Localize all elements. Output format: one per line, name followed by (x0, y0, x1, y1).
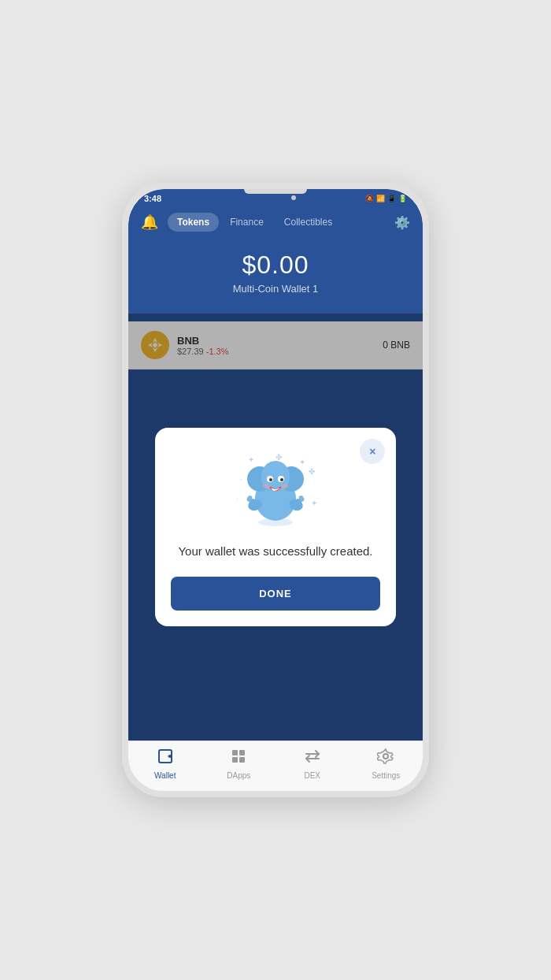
svg-point-14 (262, 484, 270, 488)
bell-icon[interactable]: 🔔 (141, 213, 158, 231)
modal-close-button[interactable]: × (360, 439, 385, 464)
wallet-header: $0.00 Multi-Coin Wallet 1 (128, 238, 423, 314)
nav-wallet-label: Wallet (154, 771, 176, 780)
status-icons: 🔕 📶 📱 🔋 (365, 195, 407, 202)
done-button[interactable]: DONE (171, 577, 381, 611)
svg-point-15 (281, 484, 289, 488)
phone-frame: 3:48 🔕 📶 📱 🔋 🔔 Tokens Finance Collectibl… (122, 183, 429, 797)
wallet-nav-icon (157, 748, 174, 769)
svg-rect-23 (239, 750, 245, 755)
main-content: BNB $27.39 -1.3% 0 BNB × (128, 314, 423, 741)
modal-overlay: × ✦ ✤ ✦ · ✤ · ✦ (128, 314, 423, 741)
tab-group: Tokens Finance Collectibles (168, 213, 388, 232)
modal-message: Your wallet was successfully created. (178, 543, 372, 561)
tab-finance[interactable]: Finance (220, 213, 273, 232)
nav-dex[interactable]: DEX (276, 748, 349, 780)
tab-collectibles[interactable]: Collectibles (275, 213, 342, 232)
status-time: 3:48 (144, 194, 161, 203)
status-icon-signal: 📱 (387, 195, 396, 202)
nav-wallet[interactable]: Wallet (128, 748, 202, 780)
modal-card: × ✦ ✤ ✦ · ✤ · ✦ (155, 428, 397, 626)
svg-rect-25 (239, 757, 245, 763)
status-icon-wifi: 📶 (376, 195, 385, 202)
filter-icon[interactable]: ⚙️ (394, 215, 410, 230)
nav-settings-label: Settings (372, 771, 400, 780)
svg-rect-24 (232, 757, 238, 763)
wallet-amount: $0.00 (141, 251, 410, 280)
svg-point-12 (269, 478, 272, 481)
wallet-name: Multi-Coin Wallet 1 (141, 283, 410, 295)
notch (244, 189, 307, 194)
camera-dot (291, 195, 296, 200)
phone-screen: 3:48 🔕 📶 📱 🔋 🔔 Tokens Finance Collectibl… (128, 189, 423, 791)
svg-rect-22 (232, 750, 238, 755)
mascot-svg (236, 451, 315, 530)
svg-point-13 (280, 478, 283, 481)
svg-point-28 (383, 754, 388, 759)
status-icon-mute: 🔕 (365, 195, 374, 202)
dapps-nav-icon (230, 748, 247, 769)
header-nav: 🔔 Tokens Finance Collectibles ⚙️ (128, 206, 423, 238)
tab-tokens[interactable]: Tokens (168, 213, 219, 232)
dex-nav-icon (304, 748, 321, 769)
bottom-nav: Wallet DApps (128, 741, 423, 791)
status-icon-battery: 🔋 (398, 195, 407, 202)
modal-mascot: ✦ ✤ ✦ · ✤ · ✦ (236, 451, 315, 530)
nav-dapps[interactable]: DApps (202, 748, 276, 780)
nav-dapps-label: DApps (227, 771, 250, 780)
nav-settings[interactable]: Settings (349, 748, 423, 780)
settings-nav-icon (377, 748, 394, 769)
nav-dex-label: DEX (304, 771, 320, 780)
